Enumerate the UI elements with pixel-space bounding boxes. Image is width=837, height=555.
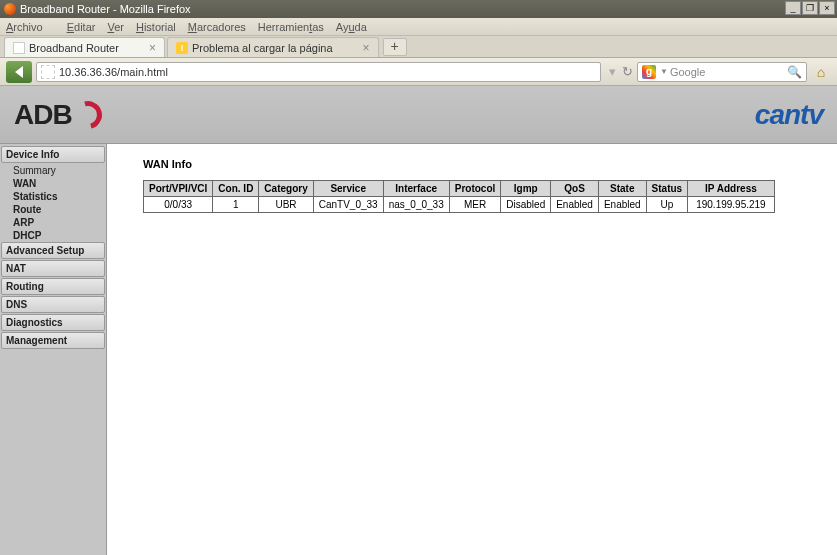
nav-header-advanced-setup[interactable]: Advanced Setup [1, 242, 105, 259]
stop-icon[interactable]: ▾ [609, 64, 616, 79]
site-favicon [41, 65, 55, 79]
cantv-logo: cantv [755, 99, 823, 131]
menu-archivo[interactable]: Archivo [6, 21, 55, 33]
col-header: Port/VPI/VCI [144, 181, 213, 197]
new-tab-button[interactable]: + [383, 38, 407, 56]
content-pane: WAN Info Port/VPI/VCICon. IDCategoryServ… [106, 144, 837, 555]
banner: ADB cantv [0, 86, 837, 144]
search-go-icon[interactable]: 🔍 [787, 65, 802, 79]
navbar: 10.36.36.36/main.html ▾ ↻ ▼ Google 🔍 ⌂ [0, 58, 837, 86]
tab-problema[interactable]: ! Problema al cargar la página × [167, 37, 379, 57]
tab-close-icon[interactable]: × [363, 41, 370, 55]
window-title: Broadband Router - Mozilla Firefox [20, 3, 191, 15]
nav-sub-wan[interactable]: WAN [1, 177, 105, 190]
col-header: Protocol [449, 181, 501, 197]
home-button[interactable]: ⌂ [811, 62, 831, 82]
menu-historial[interactable]: Historial [136, 21, 176, 33]
search-placeholder: Google [670, 66, 705, 78]
col-header: Igmp [501, 181, 551, 197]
minimize-button[interactable]: _ [785, 1, 801, 15]
page-title: WAN Info [143, 158, 827, 170]
url-input[interactable]: 10.36.36.36/main.html [36, 62, 601, 82]
firefox-icon [4, 3, 16, 15]
nav-header-diagnostics[interactable]: Diagnostics [1, 314, 105, 331]
google-icon [642, 65, 656, 79]
cell: nas_0_0_33 [383, 197, 449, 213]
maximize-button[interactable]: ❐ [802, 1, 818, 15]
menu-editar[interactable]: Editar [67, 21, 96, 33]
menu-marcadores[interactable]: Marcadores [188, 21, 246, 33]
wan-info-table: Port/VPI/VCICon. IDCategoryServiceInterf… [143, 180, 775, 213]
nav-sub-route[interactable]: Route [1, 203, 105, 216]
nav-header-dns[interactable]: DNS [1, 296, 105, 313]
cell: MER [449, 197, 501, 213]
menu-ver[interactable]: Ver [107, 21, 124, 33]
back-button[interactable] [6, 61, 32, 83]
nav-sub-statistics[interactable]: Statistics [1, 190, 105, 203]
tab-favicon [13, 42, 25, 54]
nav-header-routing[interactable]: Routing [1, 278, 105, 295]
menu-herramientas[interactable]: Herramientas [258, 21, 324, 33]
nav-header-device-info[interactable]: Device Info [1, 146, 105, 163]
adb-logo: ADB [14, 99, 102, 131]
cell: Enabled [598, 197, 646, 213]
cell: Disabled [501, 197, 551, 213]
tab-close-icon[interactable]: × [149, 41, 156, 55]
tab-broadband-router[interactable]: Broadband Router × [4, 37, 165, 57]
nav-sub-arp[interactable]: ARP [1, 216, 105, 229]
table-row: 0/0/331UBRCanTV_0_33nas_0_0_33MERDisable… [144, 197, 775, 213]
tabstrip: Broadband Router × ! Problema al cargar … [0, 36, 837, 58]
col-header: State [598, 181, 646, 197]
search-input[interactable]: ▼ Google 🔍 [637, 62, 807, 82]
cell: Up [646, 197, 688, 213]
col-header: Status [646, 181, 688, 197]
reload-icon[interactable]: ↻ [622, 64, 633, 79]
nav-header-nat[interactable]: NAT [1, 260, 105, 277]
tab-label: Broadband Router [29, 42, 119, 54]
cell: UBR [259, 197, 313, 213]
col-header: Con. ID [213, 181, 259, 197]
nav-sub-summary[interactable]: Summary [1, 164, 105, 177]
warning-icon: ! [176, 42, 188, 54]
url-text: 10.36.36.36/main.html [59, 66, 168, 78]
swoosh-icon [69, 95, 107, 133]
cell: 190.199.95.219 [688, 197, 775, 213]
cell: 0/0/33 [144, 197, 213, 213]
sidebar: Device InfoSummaryWANStatisticsRouteARPD… [0, 144, 106, 555]
dropdown-icon[interactable]: ▼ [660, 67, 668, 76]
cell: Enabled [551, 197, 599, 213]
close-button[interactable]: × [819, 1, 835, 15]
tab-label: Problema al cargar la página [192, 42, 333, 54]
menubar: Archivo Editar Ver Historial Marcadores … [0, 18, 837, 36]
col-header: IP Address [688, 181, 775, 197]
cell: 1 [213, 197, 259, 213]
nav-header-management[interactable]: Management [1, 332, 105, 349]
col-header: Interface [383, 181, 449, 197]
col-header: Category [259, 181, 313, 197]
menu-ayuda[interactable]: Ayuda [336, 21, 367, 33]
col-header: QoS [551, 181, 599, 197]
nav-sub-dhcp[interactable]: DHCP [1, 229, 105, 242]
cell: CanTV_0_33 [313, 197, 383, 213]
col-header: Service [313, 181, 383, 197]
